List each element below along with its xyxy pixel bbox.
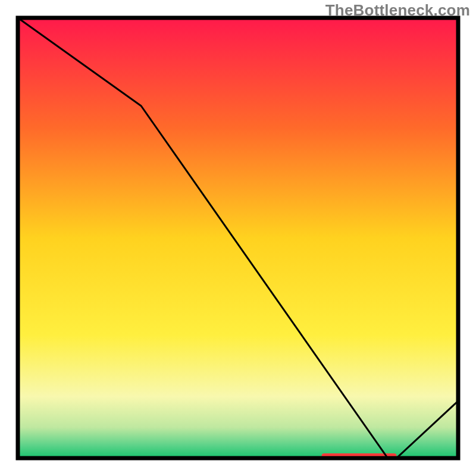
gradient-background [18,18,458,458]
watermark-text: TheBottleneck.com [325,1,470,20]
bottleneck-chart [0,0,476,476]
chart-frame: TheBottleneck.com [0,0,476,476]
